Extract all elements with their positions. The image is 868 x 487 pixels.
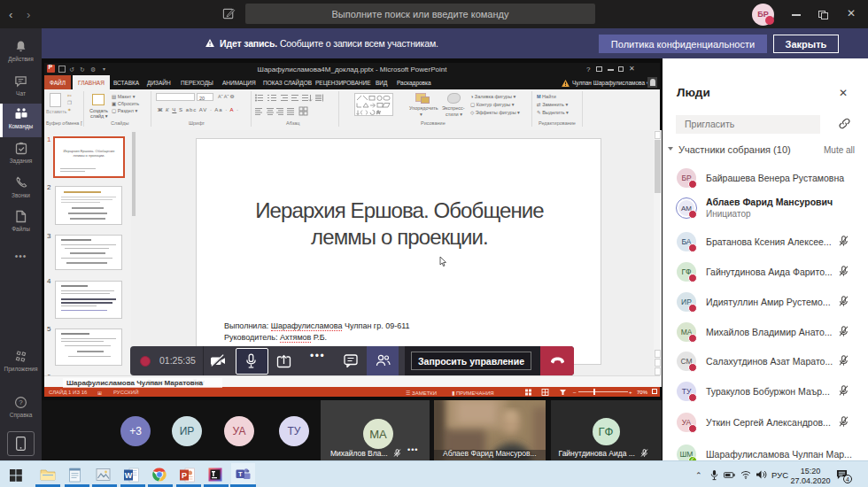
svg-text:P: P	[182, 471, 187, 480]
svg-text:?: ?	[19, 398, 23, 406]
svg-text:T: T	[238, 470, 243, 478]
svg-text:W: W	[125, 471, 133, 480]
